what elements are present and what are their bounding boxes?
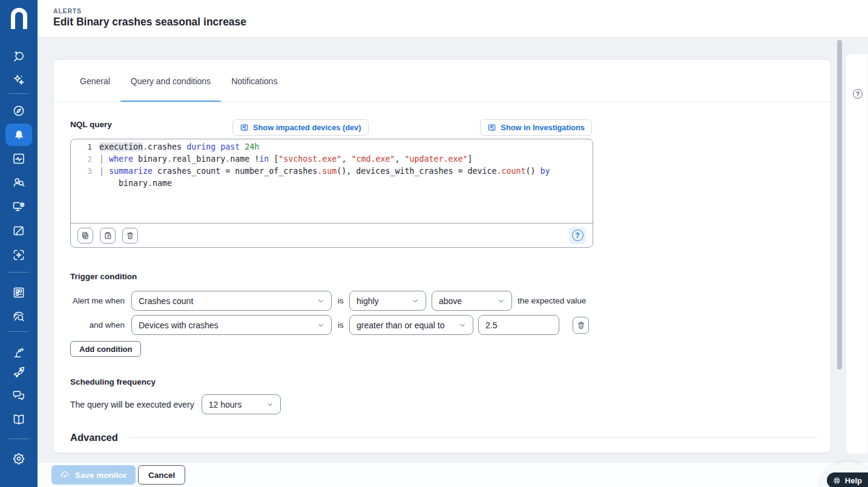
sidebar-item-device-cube[interactable]	[12, 199, 26, 214]
scheduling-row: The query will be executed every 12 hour…	[70, 394, 281, 414]
page-header: ALERTS Edit Binary crashes seasonal incr…	[38, 0, 868, 38]
cloud-upload-icon	[60, 470, 70, 480]
tab-bar: GeneralQuery and conditionsNotifications	[70, 60, 288, 102]
metric-select-2[interactable]: Devices with crashes	[131, 315, 332, 335]
copy-icon	[81, 231, 90, 240]
panel-help-icon[interactable]: ?	[853, 89, 863, 99]
ai-search-icon	[12, 49, 26, 64]
open-in-icon	[240, 123, 249, 132]
trigger-row-1: Alert me when Crashes count is highly ab…	[70, 291, 814, 311]
and-when-label: and when	[70, 320, 125, 330]
line-number: 2	[78, 153, 92, 165]
copy-button[interactable]	[77, 228, 93, 244]
expected-value-label: the expected value	[518, 296, 586, 305]
tab-border	[54, 102, 830, 102]
breadcrumb-alerts: ALERTS	[53, 7, 82, 15]
device-cube-icon	[12, 199, 26, 214]
sidebar-item-book[interactable]	[12, 412, 26, 427]
trash-icon	[125, 231, 135, 240]
nql-help-button[interactable]: ?	[569, 227, 586, 244]
chevron-down-icon	[412, 297, 419, 305]
sparkle-frame-icon	[12, 248, 26, 262]
scheduling-frequency-heading: Scheduling frequency	[70, 377, 156, 386]
main-area: GeneralQuery and conditionsNotifications…	[38, 38, 868, 487]
sidebar-item-sparkle-frame[interactable]	[12, 248, 26, 262]
nql-editor: 1execution.crashes during past 24h2| whe…	[70, 139, 593, 248]
dashboard-icon	[12, 151, 26, 166]
advanced-heading: Advanced	[70, 432, 118, 443]
advanced-section: Advanced	[70, 432, 818, 443]
delete-query-button[interactable]	[122, 228, 138, 244]
open-in-icon	[487, 123, 496, 132]
bell-icon	[13, 128, 25, 141]
nql-query-label: NQL query	[70, 120, 112, 129]
nql-code[interactable]: 1execution.crashes during past 24h2| whe…	[71, 139, 593, 224]
show-in-investigations-button[interactable]: Show in Investigations	[480, 119, 592, 136]
code-line: binary.name	[78, 177, 585, 190]
chevron-down-icon	[266, 401, 274, 408]
advanced-divider	[129, 437, 818, 438]
comparison-select-2[interactable]: greater than or equal to	[349, 315, 473, 335]
scheduling-prefix-label: The query will be executed every	[70, 400, 194, 409]
code-line: 2| where binary.real_binary.name !in ["s…	[78, 153, 585, 165]
sidebar-item-chat[interactable]	[12, 388, 26, 403]
threshold-input[interactable]	[478, 315, 559, 335]
qualifier-select[interactable]: highly	[349, 291, 426, 311]
code-line: 3| summarize crashes_count = number_of_c…	[78, 165, 585, 177]
trigger-condition-heading: Trigger condition	[70, 272, 137, 281]
frequency-select[interactable]: 12 hours	[202, 394, 281, 414]
footer-bar: Save monitor Cancel	[38, 462, 868, 487]
chat-icon	[12, 388, 26, 403]
book-icon	[12, 412, 26, 427]
is-label-2: is	[338, 320, 345, 330]
cancel-button[interactable]: Cancel	[138, 465, 185, 485]
show-impacted-devices-button[interactable]: Show impacted devices (dev)	[232, 119, 369, 136]
chevron-down-icon	[317, 322, 324, 329]
sidebar-item-sparkles[interactable]	[12, 73, 26, 87]
gear-icon	[12, 451, 26, 466]
save-monitor-button[interactable]: Save monitor	[51, 465, 136, 485]
lifebuoy-icon	[832, 476, 841, 485]
sidebar-divider	[8, 439, 29, 439]
add-condition-button[interactable]: Add condition	[70, 341, 141, 357]
robot-arm-icon	[12, 345, 26, 360]
sidebar	[0, 0, 38, 487]
sparkles-icon	[12, 73, 26, 87]
metric-select[interactable]: Crashes count	[131, 291, 332, 311]
edit-box-icon	[12, 224, 26, 238]
sidebar-item-dashboard[interactable]	[12, 151, 26, 166]
sidebar-item-gear[interactable]	[12, 451, 26, 466]
page-title: Edit Binary crashes seasonal increase	[53, 16, 246, 28]
sidebar-item-people-search[interactable]	[12, 175, 26, 190]
question-icon: ?	[572, 230, 584, 241]
sidebar-divider	[8, 93, 29, 94]
scrollbar-thumb[interactable]	[837, 40, 842, 369]
line-number: 1	[78, 141, 92, 153]
remove-condition-button[interactable]	[573, 317, 589, 334]
sidebar-item-ai-search[interactable]	[12, 49, 26, 64]
people-search-icon	[12, 175, 26, 190]
is-label: is	[338, 296, 345, 305]
sidebar-item-robot-arm[interactable]	[12, 345, 26, 360]
tab-notifications[interactable]: Notifications	[221, 60, 288, 102]
logo-n-shape	[11, 8, 27, 29]
rocket-icon	[12, 365, 26, 380]
paste-button[interactable]	[100, 228, 116, 244]
sidebar-item-apps-grid[interactable]	[12, 285, 26, 300]
sidebar-item-rocket[interactable]	[12, 365, 26, 380]
comparison-select[interactable]: above	[432, 291, 512, 311]
help-button[interactable]: Help	[827, 472, 868, 487]
compass-icon	[12, 104, 26, 118]
tab-query-and-conditions[interactable]: Query and conditions	[120, 60, 221, 102]
sidebar-divider	[8, 272, 29, 273]
sidebar-item-fingerprint-search[interactable]	[12, 310, 26, 324]
sidebar-item-compass[interactable]	[12, 104, 26, 118]
sidebar-item-edit-box[interactable]	[12, 224, 26, 238]
trigger-row-2: and when Devices with crashes is greater…	[70, 315, 814, 335]
line-number	[78, 177, 92, 190]
paste-icon	[103, 231, 113, 240]
nexthink-logo[interactable]	[11, 8, 27, 29]
sidebar-item-bell-active[interactable]	[5, 124, 32, 146]
edit-alert-card: GeneralQuery and conditionsNotifications…	[53, 59, 831, 453]
tab-general[interactable]: General	[70, 60, 120, 102]
